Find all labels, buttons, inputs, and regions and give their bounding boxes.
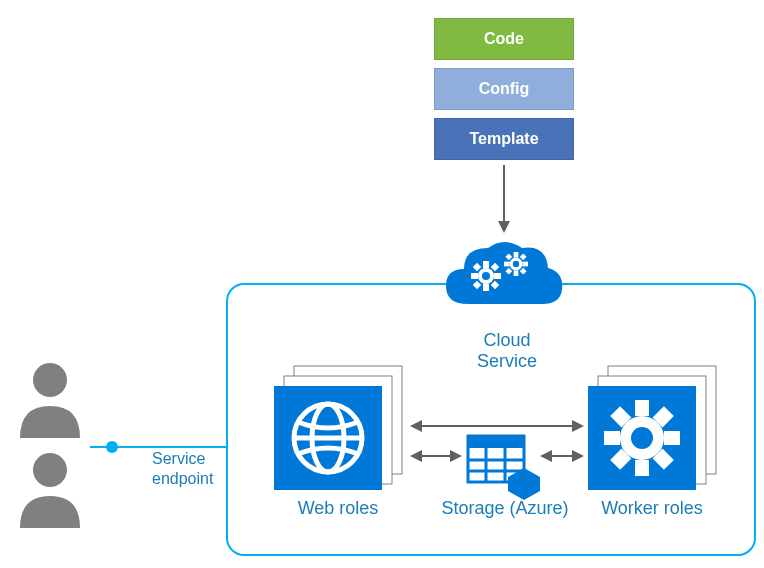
svg-point-13 xyxy=(513,261,519,267)
svg-marker-54 xyxy=(410,450,422,462)
endpoint-dot-icon xyxy=(106,441,118,453)
svg-marker-51 xyxy=(410,420,422,432)
web-roles-icon xyxy=(268,360,408,490)
svg-rect-5 xyxy=(483,284,489,291)
svg-rect-15 xyxy=(514,270,519,276)
arrow-stack-to-cloud-icon xyxy=(495,165,513,235)
svg-marker-52 xyxy=(572,420,584,432)
template-label: Template xyxy=(469,130,538,148)
arrow-web-worker-icon xyxy=(410,418,584,434)
svg-point-23 xyxy=(33,453,67,487)
svg-rect-6 xyxy=(471,273,478,279)
storage-icon xyxy=(462,430,546,500)
svg-rect-36 xyxy=(635,460,649,476)
svg-marker-58 xyxy=(572,450,584,462)
template-block: Template xyxy=(434,118,574,160)
svg-rect-16 xyxy=(504,262,510,267)
svg-point-34 xyxy=(631,427,653,449)
storage-label: Storage (Azure) xyxy=(430,498,580,519)
code-label: Code xyxy=(484,30,524,48)
config-label: Config xyxy=(479,80,530,98)
service-endpoint-label-line1: Service xyxy=(152,450,205,468)
code-block: Code xyxy=(434,18,574,60)
user-icon xyxy=(14,360,86,440)
arrow-web-storage-icon xyxy=(410,448,462,464)
svg-rect-37 xyxy=(604,431,620,445)
worker-roles-label: Worker roles xyxy=(592,498,712,519)
svg-rect-44 xyxy=(468,436,524,448)
svg-rect-4 xyxy=(483,261,489,268)
arrow-storage-worker-icon xyxy=(540,448,584,464)
svg-marker-1 xyxy=(498,221,510,233)
cloud-service-label: Cloud Service xyxy=(452,330,562,372)
svg-rect-17 xyxy=(522,262,528,267)
config-block: Config xyxy=(434,68,574,110)
service-endpoint-label-line2: endpoint xyxy=(152,470,213,488)
worker-roles-icon xyxy=(582,360,722,490)
svg-rect-35 xyxy=(635,400,649,416)
user-icon xyxy=(14,450,86,530)
svg-point-3 xyxy=(482,272,490,280)
svg-point-22 xyxy=(33,363,67,397)
cloud-service-icon xyxy=(438,234,568,329)
svg-rect-7 xyxy=(494,273,501,279)
svg-rect-14 xyxy=(514,252,519,258)
svg-marker-57 xyxy=(540,450,552,462)
svg-rect-38 xyxy=(664,431,680,445)
svg-marker-55 xyxy=(450,450,462,462)
web-roles-label: Web roles xyxy=(278,498,398,519)
